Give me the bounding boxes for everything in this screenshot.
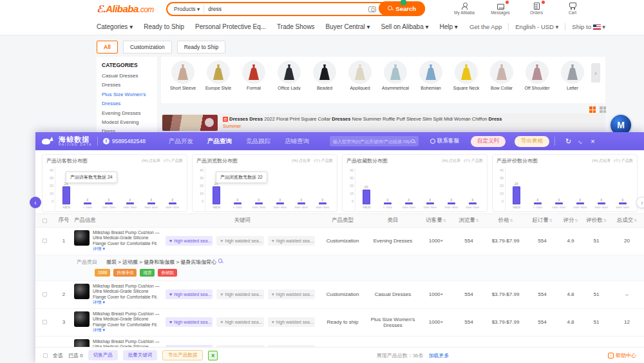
keyword-chip[interactable]: ♥high waisted sea... (166, 289, 213, 299)
ship-to-selector[interactable]: Ship to ▾ (572, 23, 605, 30)
charts-prev-button[interactable]: ‹ (30, 197, 41, 208)
nav-item[interactable]: Ready to Ship (144, 23, 184, 30)
grid-view-icon[interactable] (589, 106, 596, 113)
export-product-data-button[interactable]: 导出产品数据 (162, 350, 203, 360)
keyword-chip[interactable]: ♥high waisted sea... (166, 236, 213, 246)
carousel-item[interactable]: Bohemian (414, 61, 448, 90)
search-category-dropdown[interactable]: Products ▾ (167, 6, 204, 12)
table-row[interactable]: 4 Milkshap Breast Pump Cushion — Ultra M… (35, 337, 644, 347)
carousel-item[interactable]: Formal (237, 61, 270, 90)
keyword-chip[interactable]: ♥high waisted sea... (268, 289, 315, 299)
keyword-chip[interactable]: ♥high waisted sea... (216, 317, 263, 327)
nav-item[interactable]: Help ▾ (440, 23, 458, 30)
get-app-link[interactable]: Get the App (469, 23, 502, 30)
col-rating-sort[interactable]: 评分⇅ (558, 217, 583, 224)
orders-button[interactable]: Orders (523, 1, 550, 15)
sidebar-item-evening-dresses[interactable]: Evening Dresses (102, 109, 152, 118)
carousel-item[interactable]: Europe Style (202, 61, 235, 90)
export-table-button[interactable]: 导出表格 (515, 136, 549, 147)
tab-ready-to-ship[interactable]: Ready to Ship (177, 41, 225, 54)
panel-search-input[interactable] (333, 139, 411, 144)
detail-link[interactable]: 详情 ▾ (93, 300, 105, 304)
messages-button[interactable]: Messages (487, 1, 514, 15)
help-center-link[interactable]: ↑帮助中心 (608, 352, 636, 359)
keyword-chip[interactable]: ♥high waisted sea... (268, 236, 315, 246)
cell-sales: 12 (610, 319, 644, 325)
tab-shop-query[interactable]: 店铺查询 (285, 137, 309, 146)
tab-product-develop[interactable]: 产品开发 (169, 137, 193, 146)
keyword-chip[interactable]: ♥high waisted sea... (216, 236, 263, 246)
customize-columns-button[interactable]: 自定义列 (471, 136, 506, 147)
nav-item[interactable]: Trade Shows (277, 23, 315, 30)
contact-support-link[interactable]: 联系客服 (430, 137, 459, 145)
col-reviews-sort[interactable]: 评价数⇅ (583, 217, 610, 224)
table-row[interactable]: 1 Milkshap Breast Pump Cushion — Ultra M… (35, 228, 644, 255)
nav-item[interactable]: Buyer Central ▾ (326, 23, 370, 30)
alibaba-logo[interactable]: ℰ.Alibaba.com (97, 3, 154, 15)
load-more-link[interactable]: 加载更多 (429, 353, 450, 358)
col-moq-sort[interactable]: 起订量⇅ (526, 217, 558, 224)
y-axis: 403020100 (46, 167, 55, 211)
carousel-item[interactable]: Office Lady (272, 61, 306, 90)
tab-product-query[interactable]: 产品查询 (207, 137, 232, 146)
refresh-icon[interactable]: ↻ (565, 137, 571, 146)
excel-export-icon[interactable]: X (208, 351, 218, 360)
list-view-icon[interactable] (600, 106, 606, 113)
search-icon[interactable] (411, 139, 415, 144)
sidebar-item-plus-size[interactable]: Plus Size Women's Dresses (102, 90, 152, 109)
category-search-icon[interactable] (218, 259, 223, 264)
select-all-label[interactable]: 全选 (53, 352, 63, 359)
nav-item[interactable]: Categories ▾ (97, 23, 133, 30)
extension-pin-badge[interactable] (401, 0, 406, 5)
my-alibaba-button[interactable]: My Alibaba (451, 1, 478, 15)
table-row[interactable]: 3 Milkshap Breast Pump Cushion — Ultra M… (35, 309, 644, 337)
cart-button[interactable]: Cart (559, 1, 586, 15)
nav-item[interactable]: Personal Protective Eq... (195, 23, 266, 30)
tab-all[interactable]: All (97, 41, 118, 54)
select-all-checkbox[interactable] (43, 219, 47, 223)
charts-next-button[interactable]: › (636, 197, 644, 208)
carousel-item[interactable]: Square Neck (450, 61, 483, 90)
image-search-icon[interactable] (368, 6, 376, 12)
carousel-item[interactable]: Asymmetrical (379, 61, 412, 90)
col-visitors-sort[interactable]: 访客量⇅ (419, 217, 453, 224)
sidebar-item-casual-dresses[interactable]: Casual Dresses (102, 72, 152, 81)
detail-link[interactable]: 详情 ▾ (93, 246, 105, 251)
carousel-item[interactable]: Short Sleeve (166, 61, 200, 90)
keyword-chip[interactable]: ♥high waisted sea... (268, 317, 315, 327)
expand-icon[interactable]: ↔ (576, 137, 586, 146)
tab-competitor-track[interactable]: 竞品跟踪 (246, 137, 270, 146)
promo-banner[interactable]: 荐Dresses Dress 2022 Floral Print Square … (161, 113, 605, 132)
carousel-item[interactable]: Off Shoulder (520, 61, 554, 90)
carousel-item[interactable]: Bow Collar (485, 61, 518, 90)
chart-legend: (%) 占比率(个) 产品数 (142, 158, 183, 164)
close-icon[interactable]: × (591, 137, 594, 145)
product-image[interactable] (74, 311, 90, 327)
col-views-sort[interactable]: 浏览量⇅ (453, 217, 485, 224)
batch-keywords-button[interactable]: 批量关键词 (123, 350, 158, 360)
language-selector[interactable]: English - USD ▾ (515, 23, 558, 30)
col-sales-sort[interactable]: 总成交⇅ (610, 217, 644, 224)
nav-item[interactable]: Sell on Alibaba ▾ (381, 23, 429, 30)
sidebar-item-dresses[interactable]: Dresses (102, 81, 152, 90)
carousel-item[interactable]: Beaded (308, 61, 341, 90)
col-price-sort[interactable]: 价格⇅ (485, 217, 526, 224)
product-image[interactable] (74, 230, 90, 246)
row-checkbox[interactable] (43, 239, 47, 243)
carousel-item[interactable]: Letter (556, 61, 589, 90)
product-image[interactable] (74, 284, 90, 299)
row-checkbox[interactable] (43, 292, 47, 297)
carousel-next-button[interactable]: › (591, 63, 600, 83)
user-account[interactable]: i95895482548 (103, 138, 146, 144)
switch-product-button[interactable]: 切换产品 (88, 350, 118, 360)
carousel-item[interactable]: Appliqued (343, 61, 377, 90)
product-image[interactable] (74, 339, 90, 347)
row-checkbox[interactable] (43, 320, 47, 324)
table-row[interactable]: 2 Milkshap Breast Pump Cushion — Ultra M… (35, 281, 644, 309)
footer-select-all-checkbox[interactable] (43, 353, 48, 358)
tab-customization[interactable]: Customization (123, 41, 172, 54)
keyword-chip[interactable]: ♥high waisted sea... (166, 317, 213, 327)
search-input[interactable] (204, 6, 368, 12)
keyword-chip[interactable]: ♥high waisted sea... (216, 289, 263, 299)
detail-link[interactable]: 详情 ▾ (93, 328, 105, 332)
